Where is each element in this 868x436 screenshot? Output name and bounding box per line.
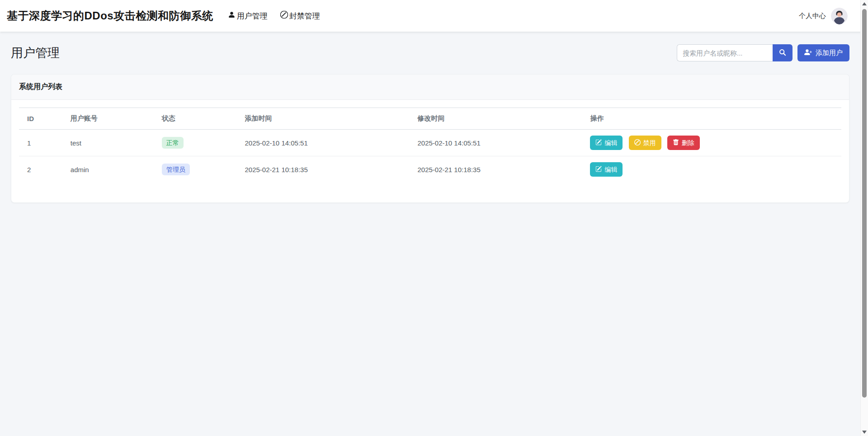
col-header-added-time: 添加时间 [239, 108, 412, 130]
page-header: 用户管理 添加用户 [11, 44, 849, 61]
nav-item-ban-management[interactable]: 封禁管理 [280, 11, 320, 21]
delete-button-label: 删除 [682, 140, 694, 146]
card-header-title: 系统用户列表 [11, 75, 849, 100]
col-header-status: 状态 [156, 108, 240, 130]
edit-button[interactable]: 编辑 [590, 136, 623, 150]
edit-icon [595, 166, 602, 173]
app-title[interactable]: 基于深度学习的DDos攻击检测和防御系统 [7, 9, 213, 23]
edit-button[interactable]: 编辑 [590, 162, 623, 177]
edit-button-label: 编辑 [604, 166, 617, 173]
cell-status: 管理员 [156, 156, 240, 183]
cell-account: test [65, 130, 156, 156]
user-icon [228, 11, 236, 21]
card-body: ID 用户账号 状态 添加时间 修改时间 操作 1 test 正常 2025-0… [11, 100, 849, 202]
user-list-card: 系统用户列表 ID 用户账号 状态 添加时间 修改时间 操作 [11, 74, 849, 203]
delete-button[interactable]: 删除 [667, 136, 700, 150]
cell-account: admin [65, 156, 156, 183]
cell-added-time: 2025-02-21 10:18:35 [239, 156, 412, 183]
nav-item-label: 用户管理 [237, 11, 268, 21]
cell-actions: 编辑 [585, 156, 841, 183]
scrollbar-up-arrow[interactable] [862, 2, 867, 5]
disable-button-label: 禁用 [643, 140, 656, 146]
search-input[interactable] [677, 44, 773, 61]
edit-icon [595, 139, 602, 146]
col-header-id: ID [19, 108, 65, 130]
table-header-row: ID 用户账号 状态 添加时间 修改时间 操作 [19, 108, 841, 130]
table-row: 2 admin 管理员 2025-02-21 10:18:35 2025-02-… [19, 156, 841, 183]
scrollbar-down-arrow[interactable] [862, 431, 867, 434]
scrollbar-track[interactable] [860, 0, 868, 436]
col-header-modified-time: 修改时间 [412, 108, 585, 130]
cell-id: 1 [19, 130, 65, 156]
disable-button[interactable]: 禁用 [629, 136, 661, 150]
status-badge: 正常 [162, 137, 184, 149]
cell-modified-time: 2025-02-21 10:18:35 [412, 156, 585, 183]
profile-center-link[interactable]: 个人中心 [799, 12, 826, 20]
users-table-body: 1 test 正常 2025-02-10 14:05:51 2025-02-10… [19, 130, 841, 183]
ban-icon [280, 11, 288, 21]
users-table: ID 用户账号 状态 添加时间 修改时间 操作 1 test 正常 2025-0… [19, 108, 841, 183]
nav-item-user-management[interactable]: 用户管理 [228, 11, 268, 21]
nav-item-label: 封禁管理 [289, 11, 320, 21]
edit-button-label: 编辑 [604, 140, 617, 146]
cell-id: 2 [19, 156, 65, 183]
user-plus-icon [804, 48, 812, 57]
navbar-right: 个人中心 [799, 8, 848, 24]
search-icon [779, 49, 786, 57]
ban-icon [634, 139, 641, 146]
page-title: 用户管理 [11, 45, 60, 61]
cell-actions: 编辑 禁用 删除 [585, 130, 841, 156]
trash-icon [673, 139, 679, 146]
scrollbar-thumb[interactable] [862, 9, 867, 398]
header-actions: 添加用户 [677, 44, 849, 61]
avatar[interactable] [831, 8, 848, 24]
col-header-account: 用户账号 [65, 108, 156, 130]
nav-links: 用户管理 封禁管理 [228, 11, 320, 21]
col-header-actions: 操作 [585, 108, 841, 130]
add-user-button[interactable]: 添加用户 [797, 44, 849, 61]
cell-added-time: 2025-02-10 14:05:51 [239, 130, 412, 156]
cell-modified-time: 2025-02-10 14:05:51 [412, 130, 585, 156]
search-input-group [677, 44, 793, 61]
navbar-left: 基于深度学习的DDos攻击检测和防御系统 用户管理 封禁管理 [7, 9, 320, 23]
status-badge: 管理员 [162, 164, 190, 175]
table-row: 1 test 正常 2025-02-10 14:05:51 2025-02-10… [19, 130, 841, 156]
add-user-label: 添加用户 [816, 49, 843, 57]
top-navbar: 基于深度学习的DDos攻击检测和防御系统 用户管理 封禁管理 个人中心 [0, 0, 868, 32]
search-button[interactable] [773, 44, 793, 61]
page-content: 用户管理 添加用户 系统用户列表 [0, 32, 860, 203]
cell-status: 正常 [156, 130, 240, 156]
